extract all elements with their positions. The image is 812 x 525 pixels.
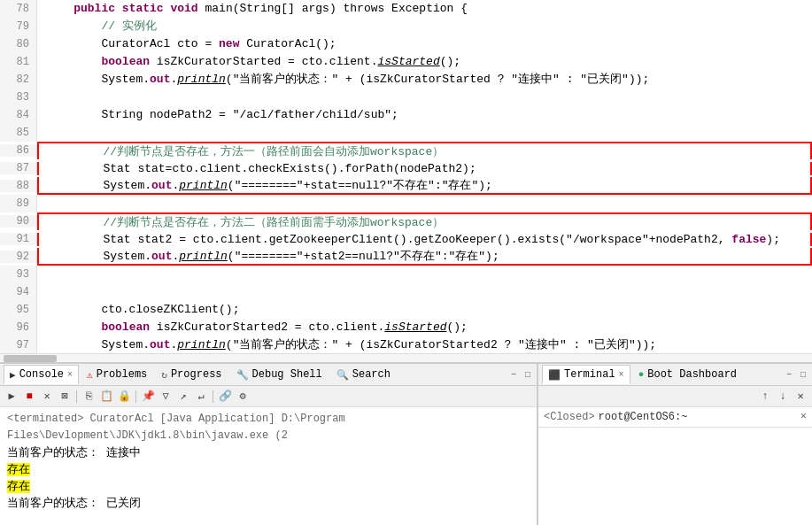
toolbar-sep-3 [213, 390, 213, 403]
code-line-97: 97 System.out.println("当前客户的状态：" + (isZk… [0, 336, 812, 353]
terminal-content[interactable] [538, 428, 812, 435]
tab-progress[interactable]: ↻ Progress [155, 365, 228, 384]
tab-terminal-close[interactable]: × [619, 370, 624, 380]
terminal-panel: ⬛ Terminal × ● Boot Dashboard − □ ↑ ↓ ✕ … [537, 363, 812, 525]
line-content-82: System.out.println("当前客户的状态：" + (isZkCur… [37, 71, 649, 89]
line-number-88: 88 [0, 180, 37, 192]
line-number-82: 82 [0, 71, 37, 89]
line-content-88: System.out.println("========"+stat==null… [37, 177, 812, 195]
code-line-91: 91 Stat stat2 = cto.client.getZookeeperC… [0, 230, 812, 248]
code-line-81: 81 boolean isZkCuratorStarted = cto.clie… [0, 53, 812, 71]
tab-boot-dashboard[interactable]: ● Boot Dashboard [632, 365, 743, 384]
code-lines: 78 public static void main(String[] args… [0, 0, 812, 353]
bottom-area: ▶ Console × ⚠ Problems ↻ Progress 🔧 Debu… [0, 363, 812, 525]
code-line-96: 96 boolean isZkCuratorStarted2 = cto.cli… [0, 319, 812, 336]
line-number-89: 89 [0, 195, 37, 212]
panel-controls: − □ [508, 369, 533, 381]
code-line-82: 82 System.out.println("当前客户的状态：" + (isZk… [0, 71, 812, 89]
terminated-text: <terminated> CuratorAcl [Java Applicatio… [7, 413, 345, 442]
console-output-2: 存在 [7, 463, 30, 476]
right-panel-controls: − □ [784, 369, 808, 381]
line-number-86: 86 [0, 144, 37, 157]
tab-terminal[interactable]: ⬛ Terminal × [542, 365, 630, 384]
toolbar-run-btn[interactable]: ▶ [4, 389, 19, 405]
line-number-78: 78 [0, 0, 37, 18]
toolbar-remove-all-btn[interactable]: ⊠ [57, 389, 73, 405]
line-content-80: CuratorAcl cto = new CuratorAcl(); [37, 35, 336, 53]
code-line-79: 79 // 实例化 [0, 18, 812, 35]
right-panel-tabs: ⬛ Terminal × ● Boot Dashboard − □ [538, 363, 812, 386]
toolbar-sep-1 [76, 390, 77, 403]
code-line-78: 78 public static void main(String[] args… [0, 0, 812, 18]
code-line-86: 86 //判断节点是否存在，方法一（路径前面会自动添加workspace） [0, 142, 812, 159]
tab-search-label: Search [352, 368, 391, 381]
line-content-84: String nodePath2 = "/acl/father/child/su… [37, 106, 398, 124]
line-number-91: 91 [0, 233, 37, 245]
search-icon: 🔍 [336, 369, 349, 381]
right-panel-maximize[interactable]: □ [798, 369, 808, 381]
panel-maximize-button[interactable]: □ [522, 369, 533, 381]
toolbar-filter-btn[interactable]: ▽ [158, 389, 174, 405]
tab-problems-label: Problems [97, 368, 148, 381]
panel-tabs: ▶ Console × ⚠ Problems ↻ Progress 🔧 Debu… [0, 363, 537, 386]
toolbar-stop-btn[interactable]: ■ [21, 389, 37, 405]
line-content-81: boolean isZkCuratorStarted = cto.client.… [37, 53, 460, 71]
toolbar-settings-btn[interactable]: ⚙ [235, 389, 251, 405]
line-content-90: //判断节点是否存在，方法二（路径前面需手动添加workspace） [37, 212, 812, 230]
line-content-79: // 实例化 [37, 18, 157, 35]
console-line-2: 存在 [7, 461, 530, 478]
code-line-92: 92 System.out.println("========"+stat2==… [0, 248, 812, 266]
toolbar-copy-btn[interactable]: ⎘ [81, 389, 97, 405]
tab-console-label: Console [19, 368, 64, 381]
scrollbar-thumb[interactable] [4, 355, 57, 362]
console-output: <terminated> CuratorAcl [Java Applicatio… [0, 407, 537, 525]
toolbar-scroll-lock-btn[interactable]: 🔒 [116, 389, 132, 405]
line-content-78: public static void main(String[] args) t… [37, 0, 468, 18]
code-line-93: 93 [0, 266, 812, 283]
line-number-94: 94 [0, 283, 37, 301]
console-line-1: 当前客户的状态： 连接中 [7, 444, 530, 461]
tab-debug-label: Debug Shell [252, 368, 322, 381]
tab-debug-shell[interactable]: 🔧 Debug Shell [230, 365, 329, 384]
toolbar-paste-btn[interactable]: 📋 [98, 389, 114, 405]
line-number-83: 83 [0, 89, 37, 106]
code-line-89: 89 [0, 195, 812, 212]
code-line-80: 80 CuratorAcl cto = new CuratorAcl(); [0, 35, 812, 53]
code-line-83: 83 [0, 89, 812, 106]
toolbar-remove-btn[interactable]: ✕ [39, 389, 55, 405]
line-content-95: cto.closeZKClient(); [37, 301, 239, 319]
right-toolbar-btn2[interactable]: ↓ [775, 389, 791, 405]
tab-console[interactable]: ▶ Console × [4, 365, 79, 384]
line-content-92: System.out.println("========"+stat2==nul… [37, 248, 812, 266]
right-toolbar-btn3[interactable]: ✕ [793, 389, 808, 405]
horizontal-scrollbar[interactable] [0, 353, 812, 362]
right-toolbar-btn1[interactable]: ↑ [757, 389, 773, 405]
line-content-97: System.out.println("当前客户的状态：" + (isZkCur… [37, 336, 656, 353]
progress-icon: ↻ [161, 369, 167, 381]
line-content-96: boolean isZkCuratorStarted2 = cto.client… [37, 319, 468, 336]
code-line-87: 87 Stat stat=cto.client.checkExists().fo… [0, 159, 812, 177]
toolbar-sep-2 [135, 390, 136, 403]
tab-search[interactable]: 🔍 Search [330, 365, 397, 384]
line-number-79: 79 [0, 18, 37, 35]
line-content-86: //判断节点是否存在，方法一（路径前面会自动添加workspace） [37, 142, 812, 159]
toolbar-wrap-btn[interactable]: ↵ [193, 389, 209, 405]
line-number-92: 92 [0, 251, 37, 263]
panel-minimize-button[interactable]: − [508, 369, 519, 381]
code-line-88: 88 System.out.println("========"+stat==n… [0, 177, 812, 195]
console-output-1: 当前客户的状态： 连接中 [7, 446, 141, 459]
tab-problems[interactable]: ⚠ Problems [81, 365, 153, 384]
toolbar-pin-btn[interactable]: 📌 [140, 389, 156, 405]
terminated-line: <terminated> CuratorAcl [Java Applicatio… [7, 411, 530, 444]
code-line-94: 94 [0, 283, 812, 301]
code-line-90: 90 //判断节点是否存在，方法二（路径前面需手动添加workspace） [0, 212, 812, 230]
toolbar-open-btn[interactable]: ↗ [175, 389, 191, 405]
right-panel-minimize[interactable]: − [784, 369, 794, 381]
debug-icon: 🔧 [236, 369, 249, 381]
line-number-87: 87 [0, 162, 37, 174]
terminal-session-close[interactable]: × [800, 411, 807, 423]
toolbar-link-btn[interactable]: 🔗 [217, 389, 233, 405]
code-editor: 78 public static void main(String[] args… [0, 0, 812, 363]
line-number-93: 93 [0, 266, 37, 283]
tab-console-close[interactable]: × [67, 370, 73, 380]
